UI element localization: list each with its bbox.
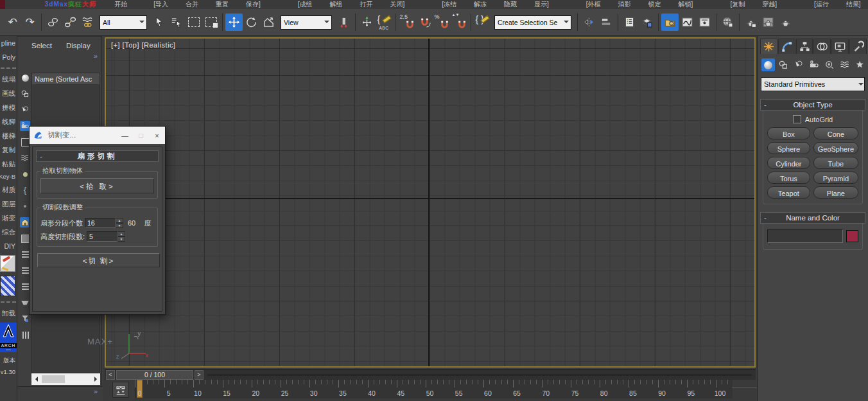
- category-shapes-icon[interactable]: [777, 58, 790, 71]
- menu-item[interactable]: 重置: [216, 0, 229, 9]
- height-segments-input[interactable]: [87, 231, 117, 242]
- menu-item[interactable]: 解组: [329, 0, 342, 9]
- spin-up-icon[interactable]: ▲: [116, 218, 123, 223]
- curve-editor-icon[interactable]: [679, 13, 696, 31]
- cut-button[interactable]: <切 割>: [37, 253, 160, 267]
- spinner-snap-icon[interactable]: ▲▼: [451, 13, 468, 31]
- menu-item[interactable]: [导入: [153, 0, 168, 9]
- primitive-button-plane[interactable]: Plane: [813, 186, 858, 199]
- category-systems-icon[interactable]: [853, 58, 867, 71]
- manage-layers-icon[interactable]: [621, 13, 638, 31]
- rollout-collapse-icon[interactable]: -: [761, 101, 770, 109]
- menu-item[interactable]: [运行: [814, 0, 829, 9]
- primitive-button-sphere[interactable]: Sphere: [767, 142, 810, 154]
- menu-item[interactable]: 合并: [186, 0, 198, 9]
- menu-item[interactable]: 锁定: [648, 0, 661, 9]
- menu-item[interactable]: 保存]: [246, 0, 261, 9]
- primitive-button-torus[interactable]: Torus: [767, 172, 810, 184]
- mirror-icon[interactable]: [580, 13, 598, 31]
- select-by-name-icon[interactable]: [168, 13, 185, 31]
- mini-curve-editor-icon[interactable]: [112, 382, 129, 398]
- plugin-tool-button[interactable]: 版本: [3, 355, 17, 366]
- align-icon[interactable]: [598, 13, 615, 31]
- plugin-tool-button[interactable]: 线脚: [2, 114, 17, 129]
- grid-texture-icon[interactable]: [0, 276, 15, 296]
- plugin-tool-button[interactable]: 线塌: [2, 72, 17, 86]
- tab-utilities[interactable]: [849, 39, 867, 54]
- menu-item[interactable]: 隐藏: [504, 0, 517, 9]
- primitive-button-cylinder[interactable]: Cylinder: [767, 157, 810, 169]
- viewport-label[interactable]: [+] [Top] [Realistic]: [111, 41, 176, 49]
- menu-item[interactable]: 解冻: [474, 0, 487, 9]
- primitive-button-geosphere[interactable]: GeoSphere: [813, 142, 858, 154]
- object-type-rollout[interactable]: - Object Type: [760, 99, 865, 111]
- menu-item[interactable]: [成组: [298, 0, 313, 9]
- plugin-tool-button[interactable]: DIY: [4, 239, 17, 253]
- primitive-button-tube[interactable]: Tube: [813, 157, 858, 169]
- redo-icon[interactable]: ↷: [21, 13, 39, 31]
- arch-logo[interactable]: ARCH▪▪▪▪▪: [0, 323, 17, 352]
- explorer-menu-select[interactable]: Select: [31, 42, 52, 49]
- next-frame-button[interactable]: >: [195, 370, 204, 380]
- primitive-button-teapot[interactable]: Teapot: [767, 186, 810, 199]
- plugin-tool-button[interactable]: 画线: [2, 86, 17, 100]
- edit-named-selection-sets-icon[interactable]: { }: [474, 13, 491, 31]
- category-cameras-icon[interactable]: [808, 58, 821, 71]
- plugin-tool-button[interactable]: 粘贴: [2, 157, 17, 171]
- plugin-tool-button[interactable]: pline: [1, 36, 17, 50]
- tab-motion[interactable]: [813, 39, 831, 54]
- explorer-column-header[interactable]: Name (Sorted Asc: [31, 73, 100, 85]
- selection-filter-dropdown[interactable]: All: [100, 15, 147, 30]
- select-and-rotate-icon[interactable]: [243, 13, 260, 31]
- tab-display[interactable]: [831, 39, 849, 54]
- primitives-dropdown[interactable]: Standard Primitives: [761, 77, 865, 91]
- scroll-thumb[interactable]: [42, 375, 65, 383]
- fan-cut-rollout[interactable]: - 扇形切割: [36, 150, 159, 162]
- scroll-left-arrow-icon[interactable]: [31, 373, 40, 385]
- spin-up-icon[interactable]: ▲: [117, 231, 125, 236]
- name-color-rollout[interactable]: - Name and Color: [760, 212, 865, 224]
- minimize-icon[interactable]: —: [117, 132, 133, 139]
- autogrid-checkbox[interactable]: [793, 115, 801, 123]
- filter-shapes-icon[interactable]: [20, 89, 30, 99]
- angle-snap-icon[interactable]: [416, 13, 433, 31]
- scroll-right-arrow-icon[interactable]: [91, 373, 100, 385]
- object-name-input[interactable]: [767, 229, 843, 243]
- plugin-tool-button[interactable]: 复制: [2, 143, 17, 157]
- plugin-tool-button[interactable]: 卸载: [2, 306, 17, 320]
- unlink-selection-icon[interactable]: [62, 13, 79, 31]
- bind-to-space-warp-icon[interactable]: [79, 13, 96, 31]
- rectangular-selection-region-icon[interactable]: [185, 13, 202, 31]
- pick-button[interactable]: <拾 取>: [40, 178, 154, 193]
- rendered-frame-window-icon[interactable]: [742, 13, 759, 31]
- spin-down-icon[interactable]: ▼: [116, 223, 123, 228]
- filter-film-icon[interactable]: [20, 330, 30, 340]
- menu-item[interactable]: 消影: [618, 0, 631, 9]
- plugin-tool-button[interactable]: v1.30: [1, 366, 17, 378]
- rollout-collapse-icon[interactable]: -: [761, 214, 770, 222]
- prev-frame-button[interactable]: <: [106, 370, 115, 380]
- named-selection-sets-dropdown[interactable]: Create Selection Se: [494, 15, 571, 30]
- reference-coordinate-dropdown[interactable]: View: [281, 15, 332, 30]
- scene-explorer-toggle-icon[interactable]: [638, 13, 655, 31]
- explorer-bottom-chevron[interactable]: »: [94, 388, 98, 395]
- category-geometry-icon[interactable]: [761, 58, 775, 71]
- menu-item[interactable]: 穿越]: [762, 0, 777, 9]
- plugin-tool-button[interactable]: Key-B: [0, 171, 17, 183]
- snaps-toggle-icon[interactable]: 2.5: [399, 13, 416, 31]
- primitive-button-box[interactable]: Box: [767, 127, 810, 139]
- spin-down-icon[interactable]: ▼: [117, 236, 125, 242]
- undo-icon[interactable]: ↶: [4, 13, 21, 31]
- plugin-tool-button[interactable]: 楼梯: [2, 129, 17, 143]
- explorer-expand-chevron[interactable]: »: [94, 52, 98, 60]
- keyboard-shortcut-override-icon[interactable]: {ABC: [376, 13, 393, 31]
- render-iterative-icon[interactable]: [777, 13, 794, 31]
- tab-modify[interactable]: [778, 39, 795, 54]
- explorer-menu-display[interactable]: Display: [66, 42, 91, 49]
- category-spacewarps-icon[interactable]: [838, 58, 851, 71]
- window-crossing-toggle-icon[interactable]: [202, 13, 220, 31]
- paint-tool-icon[interactable]: [0, 255, 15, 272]
- menu-item[interactable]: 解锁]: [679, 0, 693, 9]
- percent-snap-icon[interactable]: %: [433, 13, 451, 31]
- filter-lights-icon[interactable]: [20, 105, 30, 115]
